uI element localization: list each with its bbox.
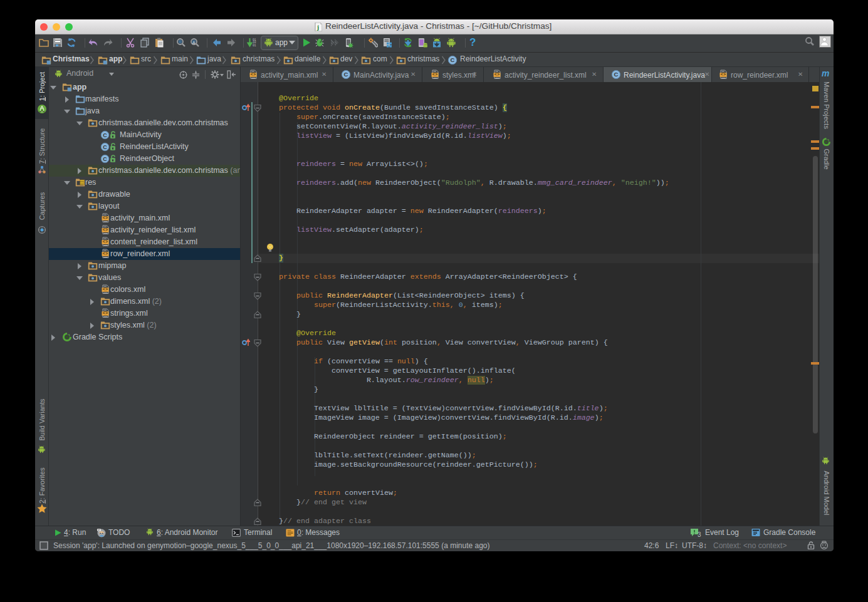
svg-text:j: j xyxy=(316,24,319,31)
svg-text:01: 01 xyxy=(253,44,256,47)
svg-text:A: A xyxy=(192,40,196,46)
